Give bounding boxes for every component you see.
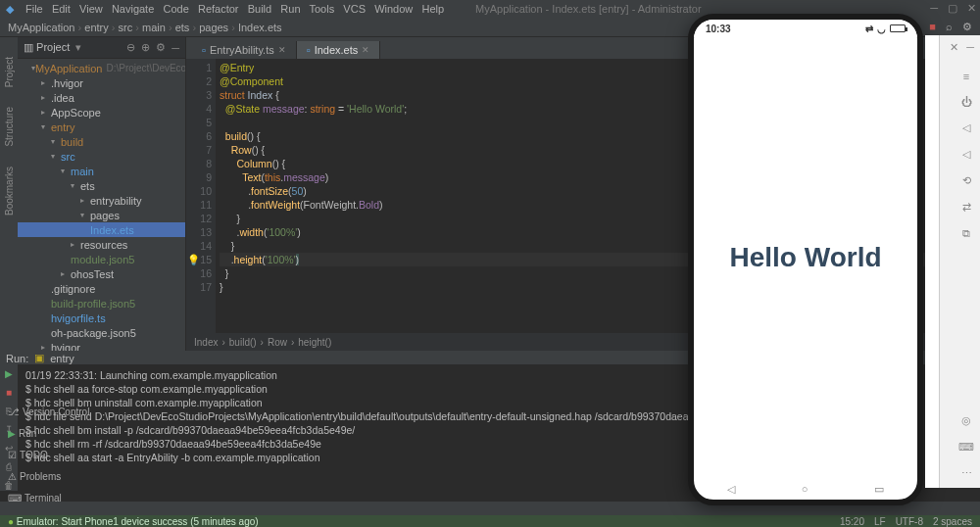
phone-time: 10:33 <box>706 24 731 34</box>
menu-tools[interactable]: Tools <box>310 3 335 15</box>
menu-help[interactable]: Help <box>421 3 444 15</box>
tree-item[interactable]: hvigorfile.ts <box>18 311 185 325</box>
menu-file[interactable]: File <box>25 3 43 15</box>
close-icon[interactable]: ✕ <box>967 2 976 15</box>
menu-edit[interactable]: Edit <box>52 3 71 15</box>
volume-up-icon[interactable]: ◁ <box>962 121 970 134</box>
run-tab[interactable]: entry <box>50 353 74 364</box>
search-icon[interactable]: ⌕ <box>946 21 953 33</box>
hide-icon[interactable]: ─ <box>172 42 179 54</box>
tree-item[interactable]: ▾src <box>18 149 185 164</box>
project-tool-button[interactable]: Project <box>4 57 15 87</box>
rotate-icon[interactable]: ⟲ <box>962 174 971 187</box>
code-crumb[interactable]: Row <box>268 337 287 348</box>
status-todo[interactable]: ☑TODO <box>8 450 89 460</box>
code-crumb[interactable]: height() <box>298 337 331 348</box>
status-indicator: 2 spaces <box>933 516 972 527</box>
refresh-icon[interactable]: ⇄ <box>962 201 971 214</box>
crumb[interactable]: entry <box>84 22 108 33</box>
tab-close-icon[interactable]: ✕ <box>362 45 369 55</box>
window-controls: ─ ▢ ✕ <box>930 2 976 15</box>
right-gutter <box>925 35 939 488</box>
bookmarks-tool-button[interactable]: Bookmarks <box>4 167 15 216</box>
tree-item[interactable]: ▾build <box>18 134 185 149</box>
menu-navigate[interactable]: Navigate <box>112 3 154 15</box>
menu-view[interactable]: View <box>79 3 103 15</box>
settings-icon[interactable]: ⚙ <box>962 21 972 33</box>
expand-icon[interactable]: ⊕ <box>141 41 150 54</box>
phone-status-bar: 10:33 ⇄ ◡ <box>694 20 917 37</box>
status-problems[interactable]: ⚠Problems <box>8 471 89 482</box>
status-version-control[interactable]: ⎇Version Control <box>8 407 89 417</box>
tree-item[interactable]: oh-package.json5 <box>18 325 185 340</box>
home-icon[interactable]: ○ <box>802 483 808 495</box>
tree-item[interactable]: ▸resources <box>18 237 185 252</box>
app-icon: ◆ <box>6 3 14 16</box>
menu-refactor[interactable]: Refactor <box>198 3 239 15</box>
screenshot-icon[interactable]: ⧉ <box>962 227 970 240</box>
gear-icon[interactable]: ⚙ <box>156 41 166 54</box>
notification-text: Emulator: Start Phone1 device success (5… <box>17 516 259 527</box>
wifi-icon: ◡ <box>877 24 886 34</box>
maximize-icon[interactable]: ▢ <box>948 2 957 15</box>
battery-icon <box>890 24 906 32</box>
menu-run[interactable]: Run <box>280 3 300 15</box>
structure-tool-button[interactable]: Structure <box>4 107 15 147</box>
code-crumb[interactable]: Index <box>194 337 218 348</box>
power-icon[interactable]: ⏻ <box>961 96 972 108</box>
close-preview-icon[interactable]: ✕ <box>950 41 958 54</box>
collapse-icon[interactable]: ⊖ <box>126 41 135 54</box>
keyboard-icon[interactable]: ⌨ <box>958 441 974 454</box>
volume-down-icon[interactable]: ◁ <box>962 148 970 161</box>
tree-item[interactable]: ▸.hvigor <box>18 75 185 90</box>
crumb[interactable]: main <box>142 22 166 33</box>
line-gutter[interactable]: 1234567891011121314💡151617 <box>186 59 216 333</box>
menu-code[interactable]: Code <box>163 3 188 15</box>
menu-vcs[interactable]: VCS <box>343 3 366 15</box>
stop-run-icon[interactable]: ■ <box>6 387 12 398</box>
run-tab-icon: ▣ <box>34 352 44 364</box>
minimize-preview-icon[interactable]: ─ <box>966 41 974 53</box>
left-tool-strip: Project Structure Bookmarks <box>0 37 18 351</box>
tree-item[interactable]: ▾main <box>18 164 185 178</box>
project-tree[interactable]: ▾MyApplicationD:\Project\DevEcoStudioPro… <box>18 59 185 351</box>
tree-item[interactable]: ▸ohosTest <box>18 266 185 281</box>
crumb[interactable]: Index.ets <box>238 22 282 33</box>
rerun-icon[interactable]: ▶ <box>5 368 13 379</box>
back-icon[interactable]: ◁ <box>727 483 735 496</box>
menu-icon[interactable]: ≡ <box>963 71 969 82</box>
status-indicator: 15:20 <box>840 516 864 527</box>
crumb[interactable]: ets <box>175 22 190 33</box>
tree-item[interactable]: ▾MyApplicationD:\Project\DevEcoStudioPro… <box>18 61 185 75</box>
signal-icon: ⇄ <box>865 24 873 34</box>
tree-item[interactable]: ▸entryability <box>18 193 185 208</box>
minimize-icon[interactable]: ─ <box>930 2 938 15</box>
tree-item[interactable]: ▸AppScope <box>18 105 185 120</box>
status-run[interactable]: ▶Run <box>8 428 89 439</box>
tree-item[interactable]: Index.ets <box>18 222 185 237</box>
tree-item[interactable]: ▸.idea <box>18 90 185 105</box>
more-icon[interactable]: ⋯ <box>961 467 972 480</box>
status-indicator: LF <box>874 516 886 527</box>
menu-window[interactable]: Window <box>374 3 413 15</box>
tab-close-icon[interactable]: ✕ <box>278 45 286 55</box>
tree-item[interactable]: .gitignore <box>18 281 185 296</box>
crumb[interactable]: MyApplication <box>8 22 74 33</box>
editor-tab[interactable]: ▫Index.ets✕ <box>297 41 381 59</box>
tree-item[interactable]: ▾ets <box>18 178 185 193</box>
menu-build[interactable]: Build <box>248 3 271 15</box>
tree-item[interactable]: ▸hvigor <box>18 340 185 351</box>
tree-item[interactable]: build-profile.json5 <box>18 296 185 311</box>
status-terminal[interactable]: ⌨Terminal <box>8 493 89 503</box>
tree-item[interactable]: ▾pages <box>18 208 185 222</box>
crumb[interactable]: src <box>119 22 133 33</box>
project-dropdown[interactable]: ▥ Project <box>24 41 70 54</box>
recent-icon[interactable]: ▭ <box>874 483 884 496</box>
crumb[interactable]: pages <box>199 22 228 33</box>
editor-tab[interactable]: ▫EntryAbility.ts✕ <box>192 41 297 59</box>
tree-item[interactable]: ▾entry <box>18 120 185 134</box>
code-crumb[interactable]: build() <box>229 337 257 348</box>
stop-icon[interactable]: ■ <box>929 21 936 33</box>
tree-item[interactable]: module.json5 <box>18 252 185 266</box>
location-icon[interactable]: ◎ <box>961 414 971 427</box>
